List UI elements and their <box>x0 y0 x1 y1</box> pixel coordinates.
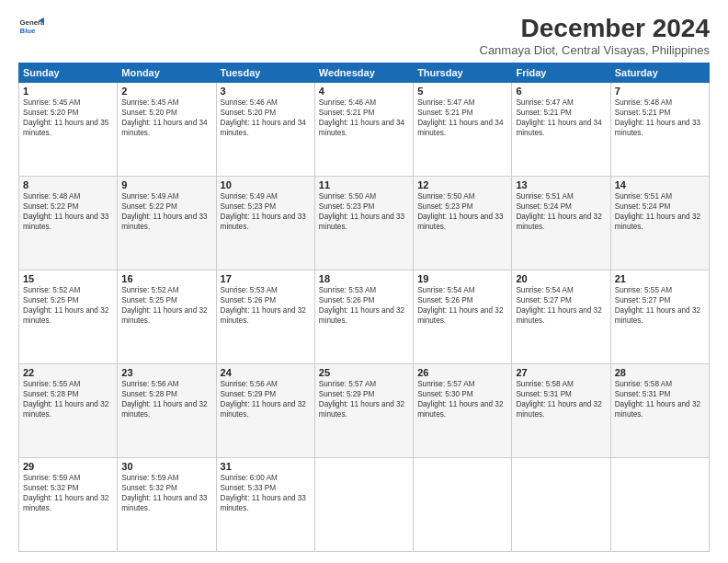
day-number: 5 <box>417 86 507 97</box>
day-number: 25 <box>319 367 409 378</box>
table-row: 30 Sunrise: 5:59 AMSunset: 5:32 PMDaylig… <box>118 457 216 551</box>
table-row <box>414 457 512 551</box>
day-info: Sunrise: 5:52 AMSunset: 5:25 PMDaylight:… <box>121 286 207 325</box>
header-thursday: Thursday <box>414 63 512 82</box>
header-wednesday: Wednesday <box>314 63 413 82</box>
day-info: Sunrise: 5:45 AMSunset: 5:20 PMDaylight:… <box>121 98 207 137</box>
day-info: Sunrise: 5:59 AMSunset: 5:32 PMDaylight:… <box>121 474 207 512</box>
table-row: 23 Sunrise: 5:56 AMSunset: 5:28 PMDaylig… <box>118 363 216 457</box>
day-number: 20 <box>516 273 606 284</box>
day-info: Sunrise: 6:00 AMSunset: 5:33 PMDaylight:… <box>221 474 306 512</box>
table-row: 11 Sunrise: 5:50 AMSunset: 5:23 PMDaylig… <box>314 176 413 270</box>
day-number: 13 <box>516 179 606 190</box>
header-friday: Friday <box>512 63 610 82</box>
table-row: 7 Sunrise: 5:48 AMSunset: 5:21 PMDayligh… <box>610 82 709 176</box>
calendar-week-row: 22 Sunrise: 5:55 AMSunset: 5:28 PMDaylig… <box>19 363 710 457</box>
table-row: 31 Sunrise: 6:00 AMSunset: 5:33 PMDaylig… <box>216 457 314 551</box>
table-row <box>314 457 413 551</box>
day-info: Sunrise: 5:57 AMSunset: 5:29 PMDaylight:… <box>319 380 404 419</box>
day-info: Sunrise: 5:56 AMSunset: 5:29 PMDaylight:… <box>221 380 306 419</box>
header-saturday: Saturday <box>610 63 709 82</box>
day-info: Sunrise: 5:53 AMSunset: 5:26 PMDaylight:… <box>319 286 404 325</box>
day-info: Sunrise: 5:50 AMSunset: 5:23 PMDaylight:… <box>417 192 503 231</box>
table-row: 25 Sunrise: 5:57 AMSunset: 5:29 PMDaylig… <box>314 363 413 457</box>
day-number: 3 <box>221 86 311 97</box>
day-number: 4 <box>319 86 409 97</box>
day-number: 8 <box>23 179 113 190</box>
day-number: 12 <box>417 179 507 190</box>
day-number: 21 <box>615 273 705 284</box>
table-row: 16 Sunrise: 5:52 AMSunset: 5:25 PMDaylig… <box>118 270 216 363</box>
calendar-week-row: 29 Sunrise: 5:59 AMSunset: 5:32 PMDaylig… <box>19 457 710 551</box>
day-info: Sunrise: 5:48 AMSunset: 5:21 PMDaylight:… <box>615 98 700 137</box>
header-monday: Monday <box>118 63 216 82</box>
calendar-header-row: Sunday Monday Tuesday Wednesday Thursday… <box>19 63 710 82</box>
day-info: Sunrise: 5:45 AMSunset: 5:20 PMDaylight:… <box>23 98 108 137</box>
table-row <box>512 457 610 551</box>
table-row: 26 Sunrise: 5:57 AMSunset: 5:30 PMDaylig… <box>414 363 512 457</box>
day-number: 10 <box>221 179 311 190</box>
logo-icon: General Blue <box>18 15 44 40</box>
table-row: 17 Sunrise: 5:53 AMSunset: 5:26 PMDaylig… <box>216 270 314 363</box>
header-sunday: Sunday <box>19 63 118 82</box>
day-info: Sunrise: 5:50 AMSunset: 5:23 PMDaylight:… <box>319 192 404 231</box>
day-info: Sunrise: 5:51 AMSunset: 5:24 PMDaylight:… <box>516 192 601 231</box>
day-info: Sunrise: 5:48 AMSunset: 5:22 PMDaylight:… <box>23 192 108 231</box>
day-number: 27 <box>516 367 606 378</box>
table-row: 27 Sunrise: 5:58 AMSunset: 5:31 PMDaylig… <box>512 363 610 457</box>
day-info: Sunrise: 5:51 AMSunset: 5:24 PMDaylight:… <box>615 192 700 231</box>
page-subtitle: Canmaya Diot, Central Visayas, Philippin… <box>480 43 711 57</box>
day-info: Sunrise: 5:47 AMSunset: 5:21 PMDaylight:… <box>417 98 503 137</box>
table-row: 14 Sunrise: 5:51 AMSunset: 5:24 PMDaylig… <box>610 176 709 270</box>
day-number: 9 <box>121 179 211 190</box>
header-tuesday: Tuesday <box>216 63 314 82</box>
day-info: Sunrise: 5:47 AMSunset: 5:21 PMDaylight:… <box>516 98 601 137</box>
day-info: Sunrise: 5:59 AMSunset: 5:32 PMDaylight:… <box>23 474 108 512</box>
calendar-table: Sunday Monday Tuesday Wednesday Thursday… <box>18 63 710 552</box>
day-info: Sunrise: 5:46 AMSunset: 5:21 PMDaylight:… <box>319 98 404 137</box>
day-number: 7 <box>615 86 705 97</box>
table-row: 4 Sunrise: 5:46 AMSunset: 5:21 PMDayligh… <box>314 82 413 176</box>
day-number: 19 <box>417 273 507 284</box>
table-row: 13 Sunrise: 5:51 AMSunset: 5:24 PMDaylig… <box>512 176 610 270</box>
table-row: 19 Sunrise: 5:54 AMSunset: 5:26 PMDaylig… <box>414 270 512 363</box>
day-info: Sunrise: 5:49 AMSunset: 5:22 PMDaylight:… <box>121 192 207 231</box>
day-info: Sunrise: 5:58 AMSunset: 5:31 PMDaylight:… <box>516 380 601 419</box>
svg-text:Blue: Blue <box>20 27 37 35</box>
table-row <box>610 457 709 551</box>
table-row: 20 Sunrise: 5:54 AMSunset: 5:27 PMDaylig… <box>512 270 610 363</box>
day-number: 15 <box>23 273 113 284</box>
table-row: 5 Sunrise: 5:47 AMSunset: 5:21 PMDayligh… <box>414 82 512 176</box>
table-row: 18 Sunrise: 5:53 AMSunset: 5:26 PMDaylig… <box>314 270 413 363</box>
table-row: 29 Sunrise: 5:59 AMSunset: 5:32 PMDaylig… <box>19 457 118 551</box>
table-row: 3 Sunrise: 5:46 AMSunset: 5:20 PMDayligh… <box>216 82 314 176</box>
day-number: 23 <box>121 367 211 378</box>
day-number: 14 <box>615 179 705 190</box>
table-row: 24 Sunrise: 5:56 AMSunset: 5:29 PMDaylig… <box>216 363 314 457</box>
table-row: 12 Sunrise: 5:50 AMSunset: 5:23 PMDaylig… <box>414 176 512 270</box>
title-section: December 2024 Canmaya Diot, Central Visa… <box>480 15 711 57</box>
day-number: 26 <box>417 367 507 378</box>
day-info: Sunrise: 5:54 AMSunset: 5:27 PMDaylight:… <box>516 286 601 325</box>
day-info: Sunrise: 5:54 AMSunset: 5:26 PMDaylight:… <box>417 286 503 325</box>
table-row: 28 Sunrise: 5:58 AMSunset: 5:31 PMDaylig… <box>610 363 709 457</box>
day-info: Sunrise: 5:53 AMSunset: 5:26 PMDaylight:… <box>221 286 306 325</box>
table-row: 6 Sunrise: 5:47 AMSunset: 5:21 PMDayligh… <box>512 82 610 176</box>
day-number: 6 <box>516 86 606 97</box>
calendar-week-row: 8 Sunrise: 5:48 AMSunset: 5:22 PMDayligh… <box>19 176 710 270</box>
table-row: 10 Sunrise: 5:49 AMSunset: 5:23 PMDaylig… <box>216 176 314 270</box>
table-row: 9 Sunrise: 5:49 AMSunset: 5:22 PMDayligh… <box>118 176 216 270</box>
logo: General Blue <box>18 15 44 40</box>
table-row: 21 Sunrise: 5:55 AMSunset: 5:27 PMDaylig… <box>610 270 709 363</box>
day-number: 31 <box>221 461 311 472</box>
table-row: 1 Sunrise: 5:45 AMSunset: 5:20 PMDayligh… <box>19 82 118 176</box>
table-row: 15 Sunrise: 5:52 AMSunset: 5:25 PMDaylig… <box>19 270 118 363</box>
day-number: 22 <box>23 367 113 378</box>
table-row: 22 Sunrise: 5:55 AMSunset: 5:28 PMDaylig… <box>19 363 118 457</box>
day-info: Sunrise: 5:55 AMSunset: 5:28 PMDaylight:… <box>23 380 108 419</box>
day-number: 16 <box>121 273 211 284</box>
page-title: December 2024 <box>480 15 711 43</box>
day-info: Sunrise: 5:56 AMSunset: 5:28 PMDaylight:… <box>121 380 207 419</box>
day-number: 11 <box>319 179 409 190</box>
day-info: Sunrise: 5:55 AMSunset: 5:27 PMDaylight:… <box>615 286 700 325</box>
